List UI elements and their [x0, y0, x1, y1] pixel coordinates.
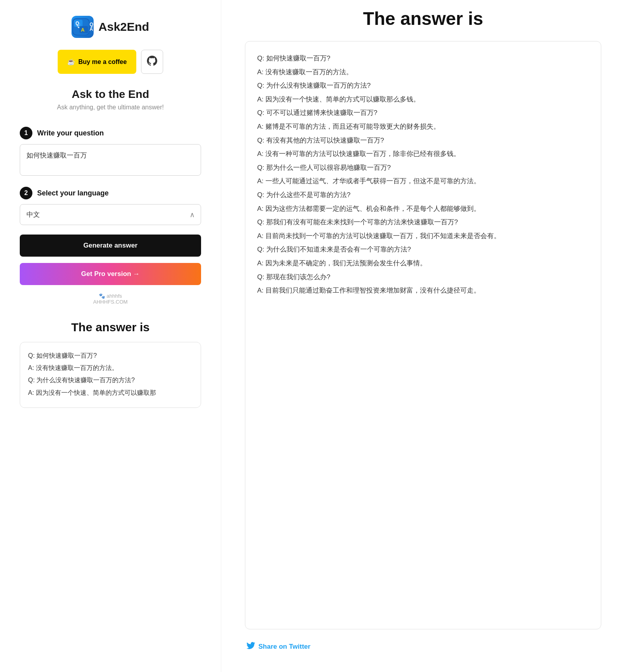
share-twitter-button[interactable]: Share on Twitter — [245, 641, 601, 652]
step2-number: 2 — [20, 187, 32, 199]
right-answer-title: The answer is — [245, 8, 601, 29]
generate-button[interactable]: Generate answer — [20, 235, 201, 257]
left-qa-2: A: 没有快速赚取一百万的方法。 — [28, 362, 193, 373]
step2-label: 2 Select your language — [20, 187, 201, 199]
step1-text: Write your question — [37, 129, 104, 137]
left-panel: Q A Q A Ask2End ☕ Buy me a coffee As — [0, 0, 221, 672]
pro-version-button[interactable]: Get Pro version → — [20, 263, 201, 285]
qa-line: Q: 为什么没有快速赚取一百万的方法? — [257, 80, 589, 92]
question-input[interactable] — [20, 144, 201, 176]
app-logo-text: Ask2End — [98, 20, 149, 34]
buy-coffee-label: Buy me a coffee — [78, 58, 127, 66]
left-qa-1: Q: 如何快速赚取一百万? — [28, 350, 193, 361]
qa-line: Q: 那为什么一些人可以很容易地赚取一百万? — [257, 162, 589, 174]
language-select[interactable]: English 中文 日本語 한국어 Español Français Deut… — [20, 204, 201, 225]
qa-line: Q: 为什么我们不知道未来是否会有一个可靠的方法? — [257, 244, 589, 256]
left-answer-title: The answer is — [71, 321, 149, 334]
twitter-icon — [247, 641, 255, 652]
watermark: 🐾 ahhhfsAHHHFS.COM — [93, 293, 128, 305]
qa-line: Q: 为什么这些不是可靠的方法? — [257, 189, 589, 201]
step2-text: Select your language — [37, 189, 109, 197]
step1-label: 1 Write your question — [20, 127, 201, 139]
right-panel: The answer is Q: 如何快速赚取一百万?A: 没有快速赚取一百万的… — [221, 0, 621, 672]
qa-line: A: 目前我们只能通过勤奋工作和理智投资来增加财富，没有什么捷径可走。 — [257, 285, 589, 297]
qa-line: A: 一些人可能通过运气、才华或者手气获得一百万，但这不是可靠的方法。 — [257, 175, 589, 188]
logo-icon: Q A Q A — [72, 16, 94, 38]
watermark-text: ahhhfsAHHHFS.COM — [93, 293, 128, 305]
watermark-emoji: 🐾 — [99, 293, 105, 299]
step1-number: 1 — [20, 127, 32, 139]
coffee-icon: ☕ — [67, 58, 75, 66]
share-twitter-label: Share on Twitter — [258, 643, 310, 651]
left-qa-4: A: 因为没有一个快速、简单的方式可以赚取那 — [28, 387, 193, 398]
qa-line: A: 因为没有一个快速、简单的方式可以赚取那么多钱。 — [257, 94, 589, 106]
action-buttons: ☕ Buy me a coffee — [58, 50, 163, 74]
svg-text:Q: Q — [75, 21, 79, 26]
qa-line: A: 目前尚未找到一个可靠的方法可以快速赚取一百万，我们不知道未来是否会有。 — [257, 230, 589, 242]
github-icon — [147, 56, 157, 68]
qa-line: A: 赌博是不可靠的方法，而且还有可能导致更大的财务损失。 — [257, 121, 589, 133]
generate-label: Generate answer — [83, 242, 137, 249]
github-button[interactable] — [141, 50, 163, 74]
svg-text:A: A — [81, 27, 85, 33]
qa-line: Q: 有没有其他的方法可以快速赚取一百万? — [257, 135, 589, 147]
qa-line: Q: 那我们有没有可能在未来找到一个可靠的方法来快速赚取一百万? — [257, 216, 589, 229]
logo-area: Q A Q A Ask2End — [72, 16, 149, 38]
qa-line: A: 因为这些方法都需要一定的运气、机会和条件，不是每个人都能够做到。 — [257, 203, 589, 215]
app-subtitle: Ask anything, get the ultimate answer! — [57, 104, 164, 111]
qa-line: A: 没有一种可靠的方法可以快速赚取一百万，除非你已经有很多钱。 — [257, 148, 589, 160]
left-answer-box: Q: 如何快速赚取一百万? A: 没有快速赚取一百万的方法。 Q: 为什么没有快… — [20, 342, 201, 408]
qa-line: Q: 可不可以通过赌博来快速赚取一百万? — [257, 107, 589, 119]
qa-line: Q: 那现在我们该怎么办? — [257, 271, 589, 283]
right-answer-box: Q: 如何快速赚取一百万?A: 没有快速赚取一百万的方法。Q: 为什么没有快速赚… — [245, 41, 601, 629]
pro-label: Get Pro version → — [81, 270, 139, 278]
left-qa-3: Q: 为什么没有快速赚取一百万的方法? — [28, 375, 193, 385]
qa-line: Q: 如何快速赚取一百万? — [257, 53, 589, 65]
language-select-container: English 中文 日本語 한국어 Español Français Deut… — [20, 204, 201, 225]
app-title: Ask to the End — [72, 88, 149, 101]
qa-line: A: 因为未来是不确定的，我们无法预测会发生什么事情。 — [257, 257, 589, 270]
qa-line: A: 没有快速赚取一百万的方法。 — [257, 66, 589, 79]
buy-coffee-button[interactable]: ☕ Buy me a coffee — [58, 50, 136, 74]
